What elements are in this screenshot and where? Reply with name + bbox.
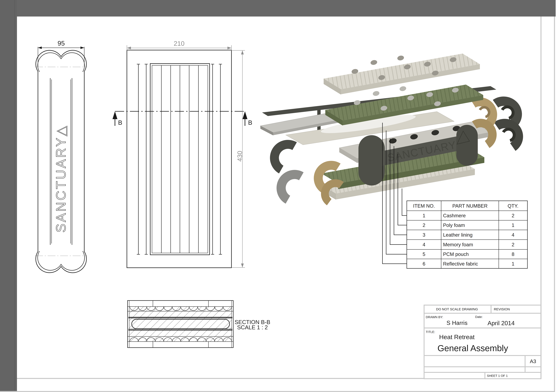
window-left-band (0, 0, 17, 391)
bom-cell-item: 1 (423, 213, 425, 218)
section-view (128, 300, 233, 348)
bom-cell-part: PCM pouch (443, 251, 469, 257)
title-block: DO NOT SCALE DRAWING REVISION DRAWN BY: … (424, 305, 541, 379)
bom-cell-part: Leather lining (443, 232, 472, 238)
bom-header-item: ITEM NO. (413, 203, 435, 209)
bom-cell-part: Poly foam (443, 222, 465, 228)
title-label: TITLE: (426, 330, 435, 334)
outer-border-bottom (0, 391, 555, 392)
bom-cell-qty: 1 (512, 261, 514, 266)
drawn-by-value: S Harris (446, 320, 468, 326)
date-value: April 2014 (488, 320, 514, 326)
drawing-viewer: SANCTUARY△ 95 (0, 0, 558, 392)
dim-430-label: 430 (236, 151, 243, 162)
project-name: Heat Retreat (439, 333, 475, 341)
bom-cell-qty: 2 (512, 213, 514, 218)
bom-cell-part: Cashmere (443, 213, 466, 218)
window-top-band (0, 0, 556, 17)
bom-header-qty: QTY. (507, 203, 518, 209)
section-label-left: B (118, 119, 122, 126)
sheet-size: A3 (530, 358, 536, 364)
section-scale: SCALE 1 : 2 (237, 324, 268, 331)
front-view-logo-text: SANCTUARY△ (53, 124, 68, 233)
sheet-number: SHEET 1 OF 1 (487, 374, 508, 377)
bom-cell-item: 6 (423, 261, 425, 266)
bom-header-part: PART NUMBER (452, 203, 488, 209)
bom-cell-item: 3 (423, 232, 425, 238)
bom-cell-item: 4 (423, 242, 425, 247)
bom-cell-part: Memory foam (443, 242, 473, 247)
dim-210-label: 210 (174, 40, 185, 47)
bom-cell-part: Reflective fabric (443, 261, 478, 266)
drawn-by-label: DRAWN BY: (426, 315, 443, 319)
bom-cell-qty: 8 (512, 251, 514, 257)
date-label: Date: (475, 315, 483, 319)
bom-cell-qty: 2 (512, 242, 514, 247)
dim-95-label: 95 (58, 40, 65, 47)
bom-table: ITEM NO. PART NUMBER QTY. 1 Cashmere 2 2… (407, 201, 527, 268)
left-band-seam (15, 0, 15, 391)
drawing-title: General Assembly (437, 343, 508, 353)
bom-cell-qty: 4 (512, 232, 514, 238)
bom-cell-item: 2 (423, 222, 425, 228)
section-label-right: B (248, 119, 252, 126)
bom-cell-item: 5 (423, 251, 425, 257)
revision-label: REVISION (494, 307, 510, 311)
drawing-sheet: SANCTUARY△ 95 (0, 0, 558, 392)
do-not-scale-label: DO NOT SCALE DRAWING (436, 307, 478, 311)
bom-cell-qty: 1 (512, 222, 514, 228)
outer-border-right (554, 17, 555, 392)
